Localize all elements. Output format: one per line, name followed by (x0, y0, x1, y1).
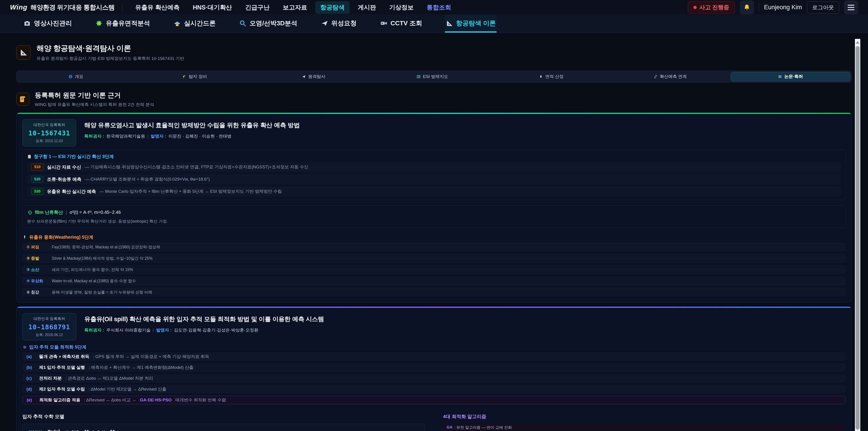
model1-formula: Modelₓ = curᵤ·Δt + c·wᵤ·Δt (48, 429, 115, 431)
tab-overview[interactable]: 개요 (17, 71, 135, 83)
app-logo[interactable]: Wing 해양환경 위기대응 통합시스템 (10, 3, 115, 12)
subnav-cctv-view[interactable]: CCTV 조회 (379, 15, 423, 33)
weathering-label: ③ 소산 (26, 267, 48, 272)
math-model-panel: 입자 추적 수학 모델 제1모델: Modelₓ = curᵤ·Δt + c·w… (22, 413, 425, 431)
patent1-header: 대한민국 등록특허 10-1567431 등록: 2015.11.03 해양 유… (22, 119, 846, 147)
tab-label: ESI 방제지도 (423, 74, 448, 80)
step-desc: : ΔRevised ↔ Δobs 비교 → (84, 397, 136, 403)
nav-emergency-rescue[interactable]: 긴급구난 (240, 1, 275, 14)
tab-label: 확산예측 연계 (660, 74, 687, 80)
algorithms-title: 4대 최적화 알고리즘 (443, 413, 846, 420)
ufo-icon (174, 20, 181, 27)
link-icon (653, 74, 657, 79)
subnav-oil-area-analysis[interactable]: 유출유면적분석 (94, 15, 151, 33)
step-desc: : GPS 뜰개 투하 → 실제 이동경로 + 예측 기상·해양자료 취득 (93, 354, 209, 360)
subnav-satellite-request[interactable]: 위성요청 (320, 15, 358, 33)
holder-label: 특허권자 : (84, 133, 104, 139)
tab-area-calculation[interactable]: 면적 산정 (492, 71, 611, 83)
patent2-header: 대한민국 등록특허 10-1868791 등록: 2018.06.12 유출유(… (22, 313, 846, 340)
starburst-icon (95, 20, 103, 27)
step-label: 유출유 확산 실시간 예측 (47, 188, 96, 194)
section-title: 등록특허 원문 기반 이론 근거 (35, 91, 154, 100)
page-title: 해양 항공탐색·원격탐사 이론 (37, 43, 184, 54)
nav-spill-forecast[interactable]: 유출유 확산예측 (130, 1, 185, 14)
algorithm-desc: : 유전 알고리즘 — 변이·교배 진화 (454, 425, 512, 430)
tab-label: 개요 (75, 74, 84, 80)
algorithm-row-ga: GA : 유전 알고리즘 — 변이·교배 진화 (443, 424, 846, 431)
section-subtitle: WING 탑재 유출유 확산예측 시스템의 특허 원전 2건 전체 분석 (35, 102, 154, 107)
magnifier-icon (239, 20, 246, 27)
patent-number: 10-1868791 (29, 323, 70, 331)
inventor-label: 발명자 : (151, 133, 166, 139)
map-icon (416, 74, 421, 79)
set-square-icon (446, 20, 453, 27)
page-header: 해양 항공탐색·원격탐사 이론 유출유 원격탐지·항공감시 기법·ESI 방제정… (16, 43, 852, 61)
vertical-scrollbar[interactable] (855, 39, 860, 431)
step-key: (a) (26, 354, 35, 359)
main-content: 해양 항공탐색·원격탐사 이론 유출유 원격탐지·항공감시 기법·ESI 방제정… (0, 33, 868, 431)
subnav-photo-management[interactable]: 영상사진관리 (23, 15, 73, 33)
math-model-box: 제1모델: Modelₓ = curᵤ·Δt + c·wᵤ·Δt 제2모델: R… (22, 424, 425, 431)
inventor-label: 발명자 : (156, 327, 172, 333)
patent1-number-badge: 대한민국 등록특허 10-1567431 등록: 2015.11.03 (22, 119, 76, 147)
weathering-header: 유출유 풍화(Weathering) 5단계 (22, 234, 846, 240)
tab-detection-equipment[interactable]: 탐지 장비 (135, 71, 254, 83)
weathering-row: ③ 소산 쇄파 기인, 파도에너지·풍속 함수, 전체 약 15% (22, 265, 846, 274)
step-label: 전처리 차분 (39, 375, 62, 381)
weathering-row: ④ 유상화 Water-in-oil, Mackay et al.(1980) … (22, 276, 846, 285)
tab-diffusion-link[interactable]: 확산예측 연계 (611, 71, 730, 83)
fbm-panel: fBm 난류확산 | σ²(t) = A·tᵐ, m=0.45~2.46 분수 … (22, 206, 846, 228)
subnav-label: 실시간드론 (184, 19, 216, 28)
nav-aerial-search[interactable]: 항공탐색 (315, 1, 350, 14)
weathering-row: ① 퍼짐 Fay(1969): 중력-관성력, Mackay et al.(19… (22, 243, 846, 251)
claims-header: 청구항 1 — ESI 기반 실시간 확산 3단계 (27, 153, 841, 160)
step-key: (b) (26, 365, 35, 370)
globe-icon (68, 74, 72, 79)
bottom-panels: 입자 추적 수학 모델 제1모델: Modelₓ = curᵤ·Δt + c·w… (22, 413, 846, 431)
optimization-title: 입자 추적 모듈 최적화 5단계 (29, 344, 86, 350)
step-badge: S10 (31, 164, 43, 171)
math-model-title: 입자 추적 수학 모델 (22, 413, 425, 420)
holder-label: 특허권자 : (84, 327, 104, 333)
patent1-meta: 특허권자 : 한국해양과학기술원 | 발명자 : 이문진 · 김혜진 · 이승현… (84, 133, 300, 139)
tab-label: 탐지 장비 (189, 74, 207, 80)
clipboard-icon (27, 154, 32, 159)
tab-label: 원격탐사 (308, 74, 325, 80)
patent-card-1: 대한민국 등록특허 10-1567431 등록: 2015.11.03 해양 유… (16, 113, 852, 303)
nav-report-data[interactable]: 보고자료 (278, 1, 312, 14)
nav-weather-info[interactable]: 기상정보 (384, 1, 418, 14)
tab-papers-patents[interactable]: 논문·특허 (731, 72, 850, 81)
fbm-title: fBm 난류확산 (35, 209, 63, 215)
scroll-up-arrow-icon[interactable] (856, 41, 860, 43)
step-label: 최적화 알고리즘 적용 (39, 397, 81, 403)
scrollbar-thumb[interactable] (856, 46, 860, 430)
bell-icon (743, 4, 750, 11)
tab-esi-map[interactable]: ESI 방제지도 (373, 71, 492, 83)
set-square-icon (20, 49, 28, 57)
subnav-aerial-search-theory[interactable]: 항공탐색 이론 (445, 15, 497, 33)
tab-remote-sensing[interactable]: 원격탐사 (254, 71, 373, 83)
nav-board[interactable]: 게시판 (353, 1, 381, 14)
weathering-row: ⑤ 침강 용해·미생물 분해, 질량 손실률 = 초기 누유량에 선형 비례 (22, 288, 846, 297)
subnav-pollution-ship-3d[interactable]: 오염/선박3D분석 (238, 15, 298, 33)
step-desc: — CHARRY모델 조화분석 + 취송류 경험식(0.029×Vw, θw+1… (85, 176, 210, 182)
incident-status-badge: 사고 진행중 (688, 1, 735, 13)
weathering-desc: Water-in-oil, Mackay et al.(1980) 풍속·수분 … (52, 278, 136, 284)
claims-panel: 청구항 1 — ESI 기반 실시간 확산 3단계 S10 실시간 자료 수신 … (22, 150, 846, 200)
subnav-realtime-drone[interactable]: 실시간드론 (173, 15, 217, 33)
nav-integrated-search[interactable]: 통합조회 (422, 1, 456, 14)
patent1-title: 해양 유류오염사고 발생시 효율적인 방제방안 수립을 위한 유출유 확산 예측… (84, 121, 300, 129)
nav-hns-air-diffusion[interactable]: HNS·대기확산 (188, 1, 237, 14)
step-key: (e) (27, 398, 36, 402)
patent-card-2: 대한민국 등록특허 10-1868791 등록: 2018.06.12 유출유(… (16, 306, 852, 431)
user-name: Eunjeong Kim (764, 4, 802, 11)
plane-icon (302, 74, 306, 79)
step-desc: : 관측경로 Δobs ↔ 제1모델 ΔModel 차분 처리 (65, 375, 153, 381)
weathering-label: ④ 유상화 (26, 278, 48, 284)
book-spines-icon (778, 74, 782, 79)
hamburger-menu-button[interactable] (844, 0, 858, 14)
weathering-section: 유출유 풍화(Weathering) 5단계 ① 퍼짐 Fay(1969): 중… (22, 234, 846, 297)
step-label: 제1 입자 추적 모델 실행 (39, 365, 85, 370)
logout-button[interactable]: 로그아웃 (807, 1, 839, 13)
notification-button[interactable] (740, 0, 754, 14)
